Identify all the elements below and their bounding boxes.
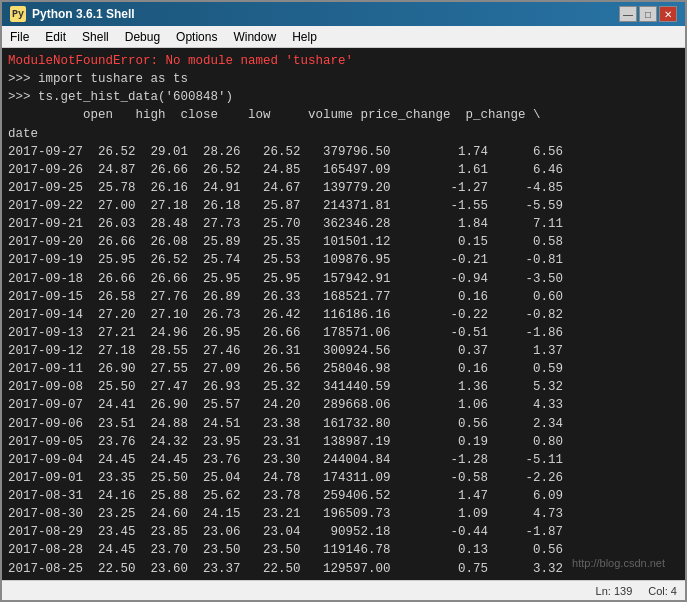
minimize-button[interactable]: — [619,6,637,22]
data-row-2: 2017-09-25 25.78 26.16 24.91 24.67 13977… [8,181,563,195]
menu-bar: File Edit Shell Debug Options Window Hel… [2,26,685,48]
data-row-22: 2017-08-28 24.45 23.70 23.50 23.50 11914… [8,543,563,557]
data-row-17: 2017-09-04 24.45 24.45 23.76 23.30 24400… [8,453,563,467]
line-number: Ln: 139 [596,585,633,597]
data-row-21: 2017-08-29 23.45 23.85 23.06 23.04 90952… [8,525,563,539]
menu-shell[interactable]: Shell [78,29,113,45]
data-row-23: 2017-08-25 22.50 23.60 23.37 22.50 12959… [8,562,563,576]
data-row-6: 2017-09-19 25.95 26.52 25.74 25.53 10987… [8,253,563,267]
data-row-16: 2017-09-05 23.76 24.32 23.95 23.31 13898… [8,435,563,449]
python-icon: Py [10,6,26,22]
title-bar: Py Python 3.6.1 Shell — □ ✕ [2,2,685,26]
menu-help[interactable]: Help [288,29,321,45]
maximize-button[interactable]: □ [639,6,657,22]
main-window: Py Python 3.6.1 Shell — □ ✕ File Edit Sh… [0,0,687,602]
data-row-13: 2017-09-08 25.50 27.47 26.93 25.32 34144… [8,380,563,394]
menu-options[interactable]: Options [172,29,221,45]
close-button[interactable]: ✕ [659,6,677,22]
prompt-command: >>> ts.get_hist_data('600848') [8,90,233,104]
data-row-7: 2017-09-18 26.66 26.66 25.95 25.95 15794… [8,272,563,286]
data-row-8: 2017-09-15 26.58 27.76 26.89 26.33 16852… [8,290,563,304]
shell-output[interactable]: ModuleNotFoundError: No module named 'tu… [2,48,685,580]
prompt-import: >>> import tushare as ts [8,72,188,86]
title-bar-left: Py Python 3.6.1 Shell [10,6,135,22]
data-row-12: 2017-09-11 26.90 27.55 27.09 26.56 25804… [8,362,563,376]
error-line: ModuleNotFoundError: No module named 'tu… [8,54,353,68]
menu-window[interactable]: Window [229,29,280,45]
col-number: Col: 4 [648,585,677,597]
data-row-15: 2017-09-06 23.51 24.88 24.51 23.38 16173… [8,417,563,431]
status-bar: Ln: 139 Col: 4 [2,580,685,600]
header-line: open high close low volume price_change … [8,108,541,122]
menu-file[interactable]: File [6,29,33,45]
menu-debug[interactable]: Debug [121,29,164,45]
menu-edit[interactable]: Edit [41,29,70,45]
data-row-3: 2017-09-22 27.00 27.18 26.18 25.87 21437… [8,199,563,213]
data-row-10: 2017-09-13 27.21 24.96 26.95 26.66 17857… [8,326,563,340]
data-row-1: 2017-09-26 24.87 26.66 26.52 24.85 16549… [8,163,563,177]
data-row-4: 2017-09-21 26.03 28.48 27.73 25.70 36234… [8,217,563,231]
data-row-20: 2017-08-30 23.25 24.60 24.15 23.21 19650… [8,507,563,521]
data-row-9: 2017-09-14 27.20 27.10 26.73 26.42 11618… [8,308,563,322]
window-controls: — □ ✕ [619,6,677,22]
header-date: date [8,127,38,141]
window-title: Python 3.6.1 Shell [32,7,135,21]
data-row-11: 2017-09-12 27.18 28.55 27.46 26.31 30092… [8,344,563,358]
data-row-19: 2017-08-31 24.16 25.88 25.62 23.78 25940… [8,489,563,503]
data-row-5: 2017-09-20 26.66 26.08 25.89 25.35 10150… [8,235,563,249]
data-row-18: 2017-09-01 23.35 25.50 25.04 24.78 17431… [8,471,563,485]
data-row-0: 2017-09-27 26.52 29.01 28.26 26.52 37979… [8,145,563,159]
data-row-14: 2017-09-07 24.41 26.90 25.57 24.20 28966… [8,398,563,412]
